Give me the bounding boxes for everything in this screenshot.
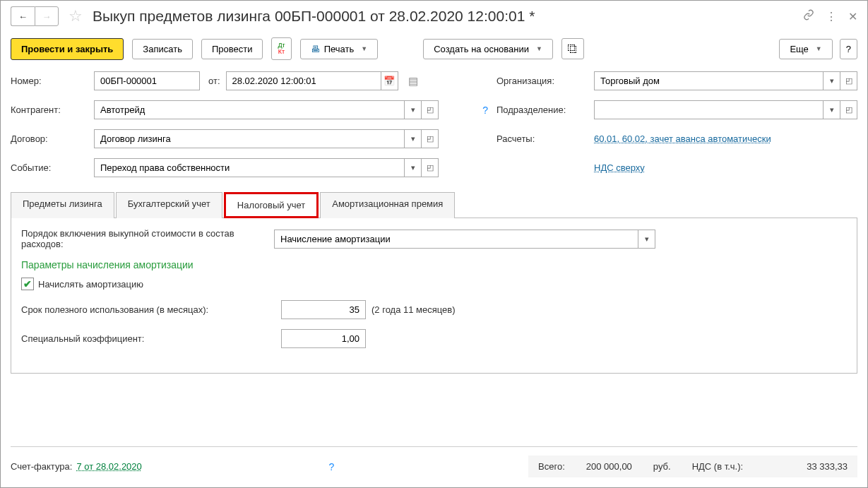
nav-group: ← → — [11, 6, 59, 26]
amort-label: Начислять амортизацию — [38, 279, 143, 290]
close-icon[interactable]: ✕ — [848, 10, 857, 23]
structure-button[interactable]: ⿻ — [561, 38, 584, 59]
help-icon[interactable]: ? — [326, 461, 338, 472]
open-icon[interactable]: ◰ — [840, 71, 857, 90]
help-icon[interactable]: ? — [480, 105, 491, 116]
favorite-icon[interactable]: ☆ — [69, 7, 83, 25]
contract-label: Договор: — [11, 133, 88, 144]
invoice-link[interactable]: 7 от 28.02.2020 — [76, 461, 141, 472]
dept-input[interactable] — [594, 100, 824, 119]
toolbar: Провести и закрыть Записать Провести ДтК… — [1, 32, 867, 67]
chevron-down-icon[interactable]: ▾ — [405, 100, 422, 119]
chevron-down-icon: ▼ — [536, 45, 542, 52]
total-value: 200 000,00 — [586, 461, 632, 472]
amort-checkbox[interactable]: ✔ — [21, 278, 34, 290]
proc-label: Порядок включения выкупной стоимости в с… — [21, 228, 268, 249]
window: ← → ☆ Выкуп предметов лизинга 00БП-00000… — [0, 0, 868, 488]
print-button[interactable]: 🖶 Печать ▼ — [300, 39, 379, 59]
counterparty-input[interactable] — [94, 100, 405, 119]
event-label: Событие: — [11, 162, 88, 173]
chevron-down-icon[interactable]: ▾ — [824, 71, 840, 90]
create-based-button[interactable]: Создать на основании ▼ — [423, 39, 553, 59]
tree-icon: ⿻ — [568, 43, 578, 54]
forward-button[interactable]: → — [35, 6, 59, 26]
coef-input[interactable] — [281, 329, 366, 348]
invoice-label: Счет-фактура: — [11, 461, 72, 472]
chevron-down-icon[interactable]: ▾ — [824, 100, 840, 119]
chevron-down-icon[interactable]: ▾ — [405, 129, 422, 148]
open-icon[interactable]: ◰ — [840, 100, 857, 119]
life-label: Срок полезного использования (в месяцах)… — [21, 304, 275, 315]
dept-label: Подразделение: — [497, 105, 588, 115]
number-label: Номер: — [11, 76, 88, 86]
calc-label: Расчеты: — [497, 133, 588, 144]
open-icon[interactable]: ◰ — [422, 129, 439, 148]
chevron-down-icon: ▼ — [361, 45, 367, 52]
page-title: Выкуп предметов лизинга 00БП-000001 от 2… — [93, 8, 535, 25]
kebab-icon[interactable]: ⋮ — [826, 10, 837, 23]
counterparty-label: Контрагент: — [11, 105, 88, 115]
life-input[interactable] — [281, 300, 366, 319]
section-title: Параметры начисления амортизации — [21, 259, 847, 270]
chevron-down-icon[interactable]: ▾ — [638, 230, 655, 249]
title-actions: ⋮ ✕ — [803, 9, 857, 23]
tab-premium[interactable]: Амортизационная премия — [320, 192, 455, 218]
form: Номер: от: 📅 ▤ Организация: ▾ ◰ — [1, 67, 867, 191]
calendar-icon[interactable]: 📅 — [381, 71, 398, 90]
back-button[interactable]: ← — [11, 6, 35, 26]
tab-content: Порядок включения выкупной стоимости в с… — [11, 218, 857, 374]
life-hint: (2 года 11 месяцев) — [371, 304, 456, 315]
event-input[interactable] — [94, 158, 405, 177]
calc-link[interactable]: 60.01, 60.02, зачет аванса автоматически — [594, 133, 771, 144]
chevron-down-icon[interactable]: ▾ — [405, 158, 422, 177]
tab-leasing-items[interactable]: Предметы лизинга — [11, 192, 114, 218]
post-button[interactable]: Провести — [201, 39, 263, 59]
printer-icon: 🖶 — [311, 44, 320, 54]
chevron-down-icon: ▼ — [816, 45, 822, 52]
number-input[interactable] — [94, 71, 200, 90]
vat-label: НДС (в т.ч.): — [692, 461, 744, 472]
footer-totals: Всего: 200 000,00 руб. НДС (в т.ч.): 33 … — [528, 456, 857, 477]
help-button[interactable]: ? — [840, 39, 857, 59]
open-icon[interactable]: ◰ — [422, 158, 439, 177]
proc-input[interactable] — [274, 230, 638, 249]
date-input[interactable] — [226, 71, 381, 90]
open-icon[interactable]: ◰ — [422, 100, 439, 119]
tab-accounting[interactable]: Бухгалтерский учет — [116, 192, 222, 218]
dtkt-icon: ДтКт — [278, 42, 285, 55]
vat-link[interactable]: НДС сверху — [594, 162, 645, 173]
org-label: Организация: — [497, 76, 588, 86]
tabs: Предметы лизинга Бухгалтерский учет Нало… — [11, 191, 857, 218]
form-icon[interactable]: ▤ — [408, 75, 418, 88]
footer: Счет-фактура: 7 от 28.02.2020 ? Всего: 2… — [11, 446, 857, 477]
currency: руб. — [653, 461, 671, 472]
tab-tax[interactable]: Налоговый учет — [224, 192, 319, 218]
dtkt-button[interactable]: ДтКт — [271, 37, 291, 60]
total-label: Всего: — [538, 461, 565, 472]
more-button[interactable]: Еще ▼ — [779, 39, 832, 59]
org-input[interactable] — [594, 71, 824, 90]
contract-input[interactable] — [94, 129, 405, 148]
coef-label: Специальный коэффициент: — [21, 333, 275, 344]
vat-value: 33 333,33 — [807, 461, 848, 472]
titlebar: ← → ☆ Выкуп предметов лизинга 00БП-00000… — [1, 1, 867, 32]
from-label: от: — [208, 76, 220, 86]
link-icon[interactable] — [803, 9, 814, 23]
post-close-button[interactable]: Провести и закрыть — [11, 38, 124, 60]
write-button[interactable]: Записать — [132, 39, 193, 59]
